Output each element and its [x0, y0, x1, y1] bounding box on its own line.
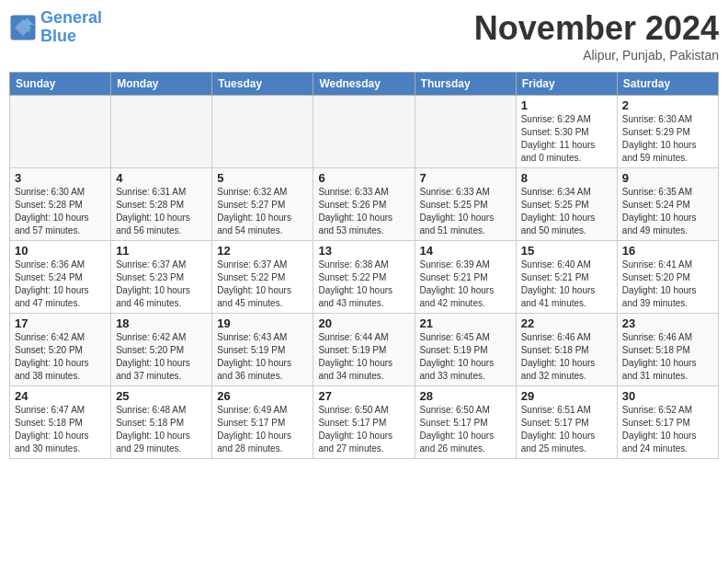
calendar-cell: 20Sunrise: 6:44 AM Sunset: 5:19 PM Dayli…: [313, 314, 415, 386]
calendar-cell: [10, 96, 111, 168]
calendar-cell: 22Sunrise: 6:46 AM Sunset: 5:18 PM Dayli…: [516, 314, 617, 386]
day-detail: Sunrise: 6:51 AM Sunset: 5:17 PM Dayligh…: [521, 404, 612, 455]
calendar-cell: 17Sunrise: 6:42 AM Sunset: 5:20 PM Dayli…: [10, 314, 111, 386]
calendar-cell: 7Sunrise: 6:33 AM Sunset: 5:25 PM Daylig…: [415, 168, 516, 241]
day-detail: Sunrise: 6:44 AM Sunset: 5:19 PM Dayligh…: [318, 331, 409, 383]
day-number: 3: [15, 171, 106, 185]
calendar-cell: 11Sunrise: 6:37 AM Sunset: 5:23 PM Dayli…: [111, 241, 212, 314]
day-number: 23: [622, 316, 713, 330]
calendar-cell: 5Sunrise: 6:32 AM Sunset: 5:27 PM Daylig…: [212, 168, 313, 241]
day-detail: Sunrise: 6:37 AM Sunset: 5:22 PM Dayligh…: [217, 259, 308, 310]
logo-general: General: [40, 8, 102, 27]
month-title: November 2024: [474, 9, 719, 48]
page: General Blue November 2024 Alipur, Punja…: [0, 0, 728, 563]
calendar-cell: 14Sunrise: 6:39 AM Sunset: 5:21 PM Dayli…: [415, 241, 516, 314]
calendar-cell: 25Sunrise: 6:48 AM Sunset: 5:18 PM Dayli…: [111, 386, 212, 459]
calendar-cell: 12Sunrise: 6:37 AM Sunset: 5:22 PM Dayli…: [212, 241, 313, 314]
day-detail: Sunrise: 6:41 AM Sunset: 5:20 PM Dayligh…: [622, 259, 713, 310]
day-detail: Sunrise: 6:33 AM Sunset: 5:26 PM Dayligh…: [318, 186, 409, 237]
logo-blue: Blue: [40, 27, 76, 45]
calendar-cell: 13Sunrise: 6:38 AM Sunset: 5:22 PM Dayli…: [313, 241, 415, 314]
day-detail: Sunrise: 6:31 AM Sunset: 5:28 PM Dayligh…: [116, 186, 207, 237]
week-row-4: 17Sunrise: 6:42 AM Sunset: 5:20 PM Dayli…: [10, 314, 719, 386]
day-detail: Sunrise: 6:42 AM Sunset: 5:20 PM Dayligh…: [116, 331, 207, 383]
day-number: 17: [15, 316, 106, 330]
calendar-cell: 23Sunrise: 6:46 AM Sunset: 5:18 PM Dayli…: [617, 314, 718, 386]
weekday-header-friday: Friday: [516, 73, 617, 96]
day-number: 11: [116, 244, 207, 258]
weekday-header-monday: Monday: [111, 73, 212, 96]
calendar-cell: [212, 96, 313, 168]
day-detail: Sunrise: 6:50 AM Sunset: 5:17 PM Dayligh…: [420, 404, 511, 455]
day-detail: Sunrise: 6:42 AM Sunset: 5:20 PM Dayligh…: [15, 331, 106, 383]
day-number: 10: [15, 244, 106, 258]
day-number: 27: [318, 389, 409, 403]
logo-text: General Blue: [40, 9, 102, 46]
calendar-cell: 26Sunrise: 6:49 AM Sunset: 5:17 PM Dayli…: [212, 386, 313, 459]
week-row-5: 24Sunrise: 6:47 AM Sunset: 5:18 PM Dayli…: [10, 386, 719, 459]
calendar-cell: 2Sunrise: 6:30 AM Sunset: 5:29 PM Daylig…: [617, 96, 718, 168]
day-number: 2: [622, 98, 713, 112]
day-number: 14: [420, 244, 511, 258]
weekday-header-tuesday: Tuesday: [212, 73, 313, 96]
day-number: 4: [116, 171, 207, 185]
day-detail: Sunrise: 6:47 AM Sunset: 5:18 PM Dayligh…: [15, 404, 106, 455]
calendar-cell: 6Sunrise: 6:33 AM Sunset: 5:26 PM Daylig…: [313, 168, 415, 241]
weekday-header-saturday: Saturday: [617, 73, 718, 96]
day-number: 16: [622, 244, 713, 258]
day-detail: Sunrise: 6:48 AM Sunset: 5:18 PM Dayligh…: [116, 404, 207, 455]
calendar-cell: 1Sunrise: 6:29 AM Sunset: 5:30 PM Daylig…: [516, 96, 617, 168]
weekday-header-row: SundayMondayTuesdayWednesdayThursdayFrid…: [10, 73, 719, 96]
calendar-cell: [111, 96, 212, 168]
calendar-cell: 3Sunrise: 6:30 AM Sunset: 5:28 PM Daylig…: [10, 168, 111, 241]
calendar-cell: [415, 96, 516, 168]
day-number: 9: [622, 171, 713, 185]
calendar-cell: 15Sunrise: 6:40 AM Sunset: 5:21 PM Dayli…: [516, 241, 617, 314]
calendar-cell: 10Sunrise: 6:36 AM Sunset: 5:24 PM Dayli…: [10, 241, 111, 314]
day-number: 29: [521, 389, 612, 403]
week-row-3: 10Sunrise: 6:36 AM Sunset: 5:24 PM Dayli…: [10, 241, 719, 314]
calendar-cell: 28Sunrise: 6:50 AM Sunset: 5:17 PM Dayli…: [415, 386, 516, 459]
day-detail: Sunrise: 6:39 AM Sunset: 5:21 PM Dayligh…: [420, 259, 511, 310]
logo: General Blue: [9, 9, 102, 46]
week-row-1: 1Sunrise: 6:29 AM Sunset: 5:30 PM Daylig…: [10, 96, 719, 168]
calendar-cell: 30Sunrise: 6:52 AM Sunset: 5:17 PM Dayli…: [617, 386, 718, 459]
day-number: 15: [521, 244, 612, 258]
calendar-cell: 29Sunrise: 6:51 AM Sunset: 5:17 PM Dayli…: [516, 386, 617, 459]
day-detail: Sunrise: 6:34 AM Sunset: 5:25 PM Dayligh…: [521, 186, 612, 237]
logo-icon: [9, 14, 37, 41]
day-number: 26: [217, 389, 308, 403]
day-detail: Sunrise: 6:46 AM Sunset: 5:18 PM Dayligh…: [521, 331, 612, 383]
calendar-cell: 27Sunrise: 6:50 AM Sunset: 5:17 PM Dayli…: [313, 386, 415, 459]
weekday-header-wednesday: Wednesday: [313, 73, 415, 96]
calendar-cell: [313, 96, 415, 168]
day-number: 19: [217, 316, 308, 330]
calendar-cell: 18Sunrise: 6:42 AM Sunset: 5:20 PM Dayli…: [111, 314, 212, 386]
day-detail: Sunrise: 6:52 AM Sunset: 5:17 PM Dayligh…: [622, 404, 713, 455]
day-detail: Sunrise: 6:29 AM Sunset: 5:30 PM Dayligh…: [521, 113, 612, 165]
day-number: 7: [420, 171, 511, 185]
calendar: SundayMondayTuesdayWednesdayThursdayFrid…: [9, 72, 719, 459]
day-detail: Sunrise: 6:32 AM Sunset: 5:27 PM Dayligh…: [217, 186, 308, 237]
calendar-cell: 16Sunrise: 6:41 AM Sunset: 5:20 PM Dayli…: [617, 241, 718, 314]
day-number: 12: [217, 244, 308, 258]
week-row-2: 3Sunrise: 6:30 AM Sunset: 5:28 PM Daylig…: [10, 168, 719, 241]
calendar-cell: 24Sunrise: 6:47 AM Sunset: 5:18 PM Dayli…: [10, 386, 111, 459]
day-number: 18: [116, 316, 207, 330]
weekday-header-sunday: Sunday: [10, 73, 111, 96]
day-number: 1: [521, 98, 612, 112]
calendar-cell: 4Sunrise: 6:31 AM Sunset: 5:28 PM Daylig…: [111, 168, 212, 241]
day-detail: Sunrise: 6:30 AM Sunset: 5:29 PM Dayligh…: [622, 113, 713, 165]
day-detail: Sunrise: 6:40 AM Sunset: 5:21 PM Dayligh…: [521, 259, 612, 310]
day-detail: Sunrise: 6:46 AM Sunset: 5:18 PM Dayligh…: [622, 331, 713, 383]
day-number: 30: [622, 389, 713, 403]
day-detail: Sunrise: 6:38 AM Sunset: 5:22 PM Dayligh…: [318, 259, 409, 310]
calendar-cell: 9Sunrise: 6:35 AM Sunset: 5:24 PM Daylig…: [617, 168, 718, 241]
header: General Blue November 2024 Alipur, Punja…: [9, 9, 719, 63]
day-number: 20: [318, 316, 409, 330]
day-number: 21: [420, 316, 511, 330]
day-number: 22: [521, 316, 612, 330]
day-detail: Sunrise: 6:43 AM Sunset: 5:19 PM Dayligh…: [217, 331, 308, 383]
day-detail: Sunrise: 6:37 AM Sunset: 5:23 PM Dayligh…: [116, 259, 207, 310]
calendar-cell: 19Sunrise: 6:43 AM Sunset: 5:19 PM Dayli…: [212, 314, 313, 386]
